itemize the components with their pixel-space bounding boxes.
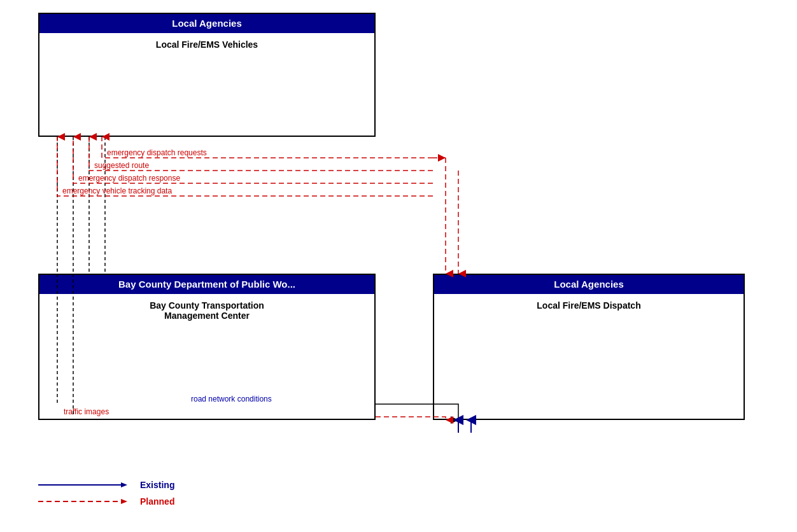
legend-planned-label: Planned (140, 496, 174, 507)
box-vehicles: Local Agencies Local Fire/EMS Vehicles (38, 13, 376, 137)
legend-planned-line (38, 498, 127, 505)
label-dispatch-requests: emergency dispatch requests (107, 148, 207, 157)
dispatch-body: Local Fire/EMS Dispatch (434, 294, 744, 317)
legend: Existing Planned (38, 480, 174, 513)
label-suggested-route: suggested route (94, 161, 149, 170)
dispatch-header: Local Agencies (434, 275, 744, 294)
label-vehicle-tracking: emergency vehicle tracking data (62, 186, 172, 195)
svg-marker-12 (121, 482, 127, 487)
vehicles-body: Local Fire/EMS Vehicles (39, 33, 374, 56)
vehicles-header: Local Agencies (39, 14, 374, 33)
box-dispatch: Local Agencies Local Fire/EMS Dispatch (433, 274, 745, 420)
diagram-container: Local Agencies Local Fire/EMS Vehicles B… (0, 0, 797, 532)
tmc-body: Bay County TransportationManagement Cent… (39, 294, 374, 327)
label-dispatch-response: emergency dispatch response (78, 174, 180, 183)
legend-existing: Existing (38, 480, 174, 490)
legend-existing-line (38, 481, 127, 489)
tmc-header: Bay County Department of Public Wo... (39, 275, 374, 294)
box-tmc: Bay County Department of Public Wo... Ba… (38, 274, 376, 420)
legend-planned: Planned (38, 496, 174, 507)
legend-existing-label: Existing (140, 480, 174, 490)
svg-marker-14 (121, 499, 127, 504)
